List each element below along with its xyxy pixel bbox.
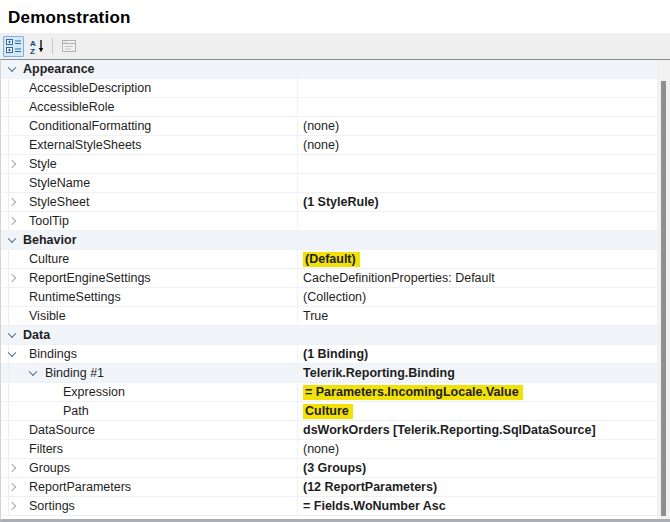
- property-row[interactable]: Binding #1 Telerik.Reporting.Binding: [1, 364, 657, 383]
- property-value: Culture: [303, 404, 353, 419]
- property-name-cell: ReportEngineSettings: [1, 269, 298, 287]
- property-name: ReportEngineSettings: [29, 271, 151, 285]
- property-row[interactable]: AccessibleDescription: [1, 79, 657, 98]
- property-row[interactable]: ReportParameters (12 ReportParameters): [1, 478, 657, 497]
- scrollbar-thumb[interactable]: [661, 81, 666, 516]
- property-name-cell: RuntimeSettings: [1, 288, 298, 306]
- chevron-right-icon[interactable]: [8, 217, 16, 225]
- property-row[interactable]: Sortings = Fields.WoNumber Asc: [1, 497, 657, 516]
- property-value-cell[interactable]: [298, 60, 657, 78]
- title-bar: Demonstration: [0, 0, 670, 33]
- property-name: RuntimeSettings: [29, 290, 121, 304]
- chevron-right-icon[interactable]: [8, 274, 16, 282]
- property-value-cell[interactable]: [298, 231, 657, 249]
- property-value-cell[interactable]: CacheDefinitionProperties: Default: [298, 269, 657, 287]
- chevron-right-icon[interactable]: [8, 483, 16, 491]
- property-name: StyleSheet: [29, 195, 89, 209]
- chevron-down-icon[interactable]: [8, 330, 16, 338]
- property-name: ConditionalFormatting: [29, 119, 151, 133]
- property-pages-icon: [61, 38, 77, 54]
- vertical-scrollbar[interactable]: [657, 60, 670, 519]
- category-row[interactable]: Data: [1, 326, 657, 345]
- chevron-down-icon[interactable]: [8, 64, 16, 72]
- property-name: ExternalStyleSheets: [29, 138, 142, 152]
- property-value-cell[interactable]: = Fields.WoNumber Asc: [298, 497, 657, 515]
- property-value-cell[interactable]: [298, 212, 657, 230]
- property-value-cell[interactable]: (Default): [298, 250, 657, 268]
- property-name-cell: ReportParameters: [1, 478, 298, 496]
- chevron-right-icon[interactable]: [8, 502, 16, 510]
- az-sort-icon: A Z: [29, 38, 45, 54]
- category-row[interactable]: Behavior: [1, 231, 657, 250]
- property-row[interactable]: StyleSheet (1 StyleRule): [1, 193, 657, 212]
- chevron-right-icon[interactable]: [8, 464, 16, 472]
- property-name-cell: Expression: [1, 383, 298, 401]
- property-row[interactable]: Groups (3 Groups): [1, 459, 657, 478]
- property-value-cell[interactable]: (3 Groups): [298, 459, 657, 477]
- property-value-cell[interactable]: (none): [298, 136, 657, 154]
- property-row[interactable]: ReportEngineSettings CacheDefinitionProp…: [1, 269, 657, 288]
- property-value-cell[interactable]: (1 Binding): [298, 345, 657, 363]
- property-value: = Parameters.IncomingLocale.Value: [303, 385, 523, 400]
- property-value-cell[interactable]: Telerik.Reporting.Binding: [298, 364, 657, 382]
- property-name-cell: Binding #1: [1, 364, 298, 382]
- property-row[interactable]: Culture (Default): [1, 250, 657, 269]
- property-value-cell[interactable]: (none): [298, 117, 657, 135]
- property-row[interactable]: Style: [1, 155, 657, 174]
- property-value-cell[interactable]: dsWorkOrders [Telerik.Reporting.SqlDataS…: [298, 421, 657, 439]
- property-value-cell[interactable]: = Parameters.IncomingLocale.Value: [298, 383, 657, 401]
- property-value-cell[interactable]: Culture: [298, 402, 657, 420]
- property-row[interactable]: Expression = Parameters.IncomingLocale.V…: [1, 383, 657, 402]
- property-value-cell[interactable]: (1 StyleRule): [298, 193, 657, 211]
- property-value-cell[interactable]: [298, 98, 657, 116]
- property-name: Expression: [63, 385, 125, 399]
- property-name-cell: Filters: [1, 440, 298, 458]
- property-value-cell[interactable]: (Collection): [298, 288, 657, 306]
- property-name-cell: AccessibleRole: [1, 98, 298, 116]
- categorized-icon: [6, 38, 22, 54]
- property-value: dsWorkOrders [Telerik.Reporting.SqlDataS…: [303, 423, 596, 437]
- svg-text:Z: Z: [30, 47, 35, 55]
- property-value-cell[interactable]: [298, 174, 657, 192]
- alphabetical-sort-button[interactable]: A Z: [26, 36, 47, 57]
- property-row[interactable]: DataSource dsWorkOrders [Telerik.Reporti…: [1, 421, 657, 440]
- property-value: (none): [303, 138, 339, 152]
- property-name: DataSource: [29, 423, 95, 437]
- property-value-cell[interactable]: [298, 155, 657, 173]
- property-name-cell: DataSource: [1, 421, 298, 439]
- property-row[interactable]: RuntimeSettings (Collection): [1, 288, 657, 307]
- category-row[interactable]: Appearance: [1, 60, 657, 79]
- property-row[interactable]: ConditionalFormatting (none): [1, 117, 657, 136]
- property-name: Behavior: [23, 233, 77, 247]
- property-name: Bindings: [29, 347, 77, 361]
- property-name-cell: Appearance: [1, 60, 298, 78]
- property-row[interactable]: Filters (none): [1, 440, 657, 459]
- property-row[interactable]: StyleName: [1, 174, 657, 193]
- property-name-cell: Data: [1, 326, 298, 344]
- property-value: (12 ReportParameters): [303, 480, 437, 494]
- chevron-down-icon[interactable]: [8, 349, 16, 357]
- property-name: Sortings: [29, 499, 75, 513]
- property-row[interactable]: Path Culture: [1, 402, 657, 421]
- property-name: AccessibleDescription: [29, 81, 151, 95]
- chevron-right-icon[interactable]: [8, 160, 16, 168]
- property-row[interactable]: ExternalStyleSheets (none): [1, 136, 657, 155]
- categorized-view-button[interactable]: [3, 36, 24, 57]
- property-value-cell[interactable]: (12 ReportParameters): [298, 478, 657, 496]
- property-row[interactable]: AccessibleRole: [1, 98, 657, 117]
- property-value-cell[interactable]: [298, 326, 657, 344]
- property-row[interactable]: ToolTip: [1, 212, 657, 231]
- property-name: Data: [23, 328, 50, 342]
- property-value-cell[interactable]: True: [298, 307, 657, 325]
- property-value-cell[interactable]: [298, 79, 657, 97]
- chevron-down-icon[interactable]: [8, 235, 16, 243]
- property-pages-button[interactable]: [58, 36, 79, 57]
- property-grid-rows: Appearance AccessibleDescription Accessi…: [1, 60, 657, 516]
- chevron-down-icon[interactable]: [29, 368, 37, 376]
- chevron-right-icon[interactable]: [8, 198, 16, 206]
- property-row[interactable]: Bindings (1 Binding): [1, 345, 657, 364]
- property-row[interactable]: Visible True: [1, 307, 657, 326]
- property-name-cell: ExternalStyleSheets: [1, 136, 298, 154]
- property-value: (1 StyleRule): [303, 195, 379, 209]
- property-value-cell[interactable]: (none): [298, 440, 657, 458]
